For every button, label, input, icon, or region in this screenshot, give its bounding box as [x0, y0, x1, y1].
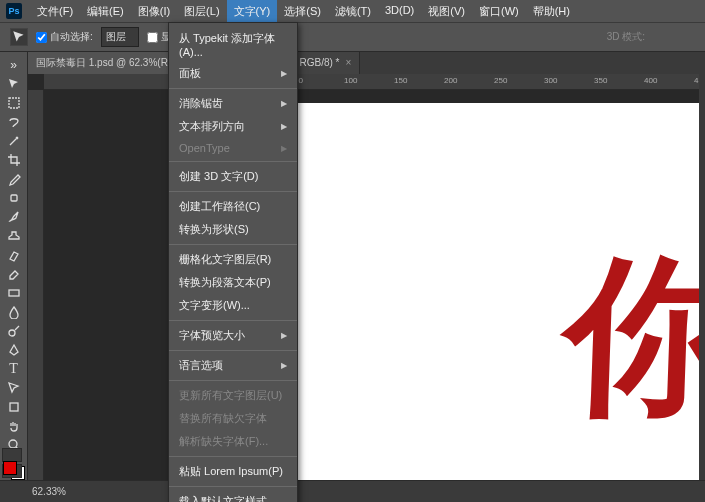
menu-文件[interactable]: 文件(F)	[30, 0, 80, 23]
separator	[169, 456, 297, 457]
ruler-tick: 400	[644, 76, 657, 85]
dodge-tool[interactable]	[3, 322, 25, 339]
pen-tool[interactable]	[3, 341, 25, 358]
menu-item[interactable]: 从 Typekit 添加字体(A)...	[169, 27, 297, 62]
separator	[169, 380, 297, 381]
menu-窗口[interactable]: 窗口(W)	[472, 0, 526, 23]
submenu-arrow-icon: ▶	[281, 69, 287, 78]
menu-item: 替换所有缺欠字体	[169, 407, 297, 430]
auto-select-check[interactable]: 自动选择:	[36, 30, 93, 44]
marquee-tool[interactable]	[3, 94, 25, 111]
ruler-vertical	[28, 90, 44, 480]
type-tool[interactable]: T	[3, 360, 25, 377]
ruler-tick: 350	[594, 76, 607, 85]
menu-item[interactable]: 面板▶	[169, 62, 297, 85]
svg-rect-2	[9, 290, 19, 296]
submenu-arrow-icon: ▶	[281, 361, 287, 370]
ruler-tick: 100	[344, 76, 357, 85]
menu-item[interactable]: 栅格化文字图层(R)	[169, 248, 297, 271]
menu-视图[interactable]: 视图(V)	[421, 0, 472, 23]
ruler-tick: 300	[544, 76, 557, 85]
ruler-tick: 250	[494, 76, 507, 85]
layer-select[interactable]: 图层	[101, 27, 139, 47]
document-tabs: 国际禁毒日 1.psd @ 62.3%(RGB/8)× ...就 不辜负时间, …	[0, 52, 705, 74]
svg-rect-1	[11, 195, 17, 201]
separator	[169, 88, 297, 89]
menubar: Ps 文件(F)编辑(E)图像(I)图层(L)文字(Y)选择(S)滤镜(T)3D…	[0, 0, 705, 22]
submenu-arrow-icon: ▶	[281, 331, 287, 340]
foreground-color[interactable]	[3, 461, 17, 475]
move-tool[interactable]	[3, 75, 25, 92]
stamp-tool[interactable]	[3, 227, 25, 244]
type-menu-dropdown: 从 Typekit 添加字体(A)...面板▶消除锯齿▶文本排列方向▶OpenT…	[168, 22, 298, 502]
menu-item[interactable]: 转换为形状(S)	[169, 218, 297, 241]
history-brush-tool[interactable]	[3, 246, 25, 263]
canvas-text: 你	[561, 223, 705, 452]
menu-item[interactable]: 创建工作路径(C)	[169, 195, 297, 218]
path-tool[interactable]	[3, 379, 25, 396]
canvas[interactable]: 你	[246, 103, 705, 502]
ruler-tick: 200	[444, 76, 457, 85]
svg-rect-0	[9, 98, 19, 108]
eraser-tool[interactable]	[3, 265, 25, 282]
move-tool-icon[interactable]	[10, 28, 28, 46]
separator	[169, 161, 297, 162]
menu-帮助[interactable]: 帮助(H)	[526, 0, 577, 23]
menu-文字[interactable]: 文字(Y)	[227, 0, 278, 23]
svg-point-3	[9, 330, 15, 336]
menu-图像[interactable]: 图像(I)	[131, 0, 177, 23]
tools-panel: » T	[0, 52, 28, 480]
menu-item[interactable]: 载入默认文字样式	[169, 490, 297, 502]
menu-3D[interactable]: 3D(D)	[378, 0, 421, 23]
ruler-tick: 150	[394, 76, 407, 85]
lasso-tool[interactable]	[3, 113, 25, 130]
menu-item[interactable]: 字体预览大小▶	[169, 324, 297, 347]
ruler-horizontal: 050100150200250300350400450500550600650	[44, 74, 705, 90]
menu-item[interactable]: 粘贴 Lorem Ipsum(P)	[169, 460, 297, 483]
separator	[169, 320, 297, 321]
menu-item[interactable]: 文本排列方向▶	[169, 115, 297, 138]
menu-item[interactable]: 转换为段落文本(P)	[169, 271, 297, 294]
menu-选择[interactable]: 选择(S)	[277, 0, 328, 23]
menu-item[interactable]: 创建 3D 文字(D)	[169, 165, 297, 188]
ps-logo: Ps	[6, 3, 22, 19]
separator	[169, 191, 297, 192]
menu-item[interactable]: 消除锯齿▶	[169, 92, 297, 115]
svg-rect-4	[10, 403, 18, 411]
shape-tool[interactable]	[3, 398, 25, 415]
menu-item: 解析缺失字体(F)...	[169, 430, 297, 453]
menu-滤镜[interactable]: 滤镜(T)	[328, 0, 378, 23]
status-bar: 62.33%	[0, 480, 705, 502]
separator	[169, 486, 297, 487]
submenu-arrow-icon: ▶	[281, 144, 287, 153]
mode-3d-label: 3D 模式:	[607, 30, 645, 44]
heal-tool[interactable]	[3, 189, 25, 206]
separator	[169, 244, 297, 245]
close-icon[interactable]: ×	[346, 57, 352, 68]
menu-item: OpenType▶	[169, 138, 297, 158]
options-bar: 自动选择: 图层 显 3D 模式:	[0, 22, 705, 52]
crop-tool[interactable]	[3, 151, 25, 168]
submenu-arrow-icon: ▶	[281, 99, 287, 108]
brush-tool[interactable]	[3, 208, 25, 225]
wand-tool[interactable]	[3, 132, 25, 149]
separator	[169, 350, 297, 351]
menu-item[interactable]: 语言选项▶	[169, 354, 297, 377]
menu-item: 更新所有文字图层(U)	[169, 384, 297, 407]
zoom-level[interactable]: 62.33%	[32, 486, 66, 497]
menu-编辑[interactable]: 编辑(E)	[80, 0, 131, 23]
hand-tool[interactable]	[3, 417, 25, 434]
menu-图层[interactable]: 图层(L)	[177, 0, 226, 23]
tab-toggle-icon[interactable]: »	[3, 56, 25, 73]
minitab[interactable]	[2, 448, 22, 462]
right-panel-edge	[699, 52, 705, 480]
blur-tool[interactable]	[3, 303, 25, 320]
svg-point-5	[9, 440, 17, 448]
menu-item[interactable]: 文字变形(W)...	[169, 294, 297, 317]
gradient-tool[interactable]	[3, 284, 25, 301]
submenu-arrow-icon: ▶	[281, 122, 287, 131]
eyedropper-tool[interactable]	[3, 170, 25, 187]
